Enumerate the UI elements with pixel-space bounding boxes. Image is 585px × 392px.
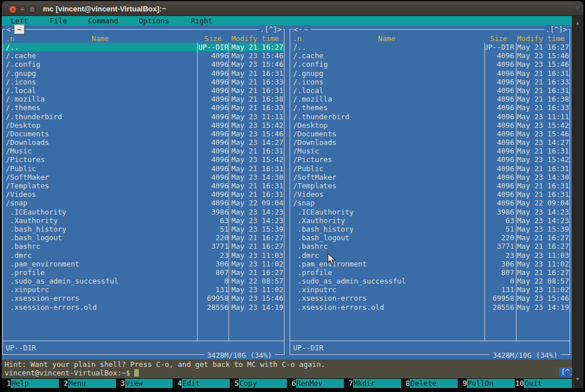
file-row[interactable]: .sudo_as_admin_successful0May 22 08:57: [3, 277, 284, 285]
file-row[interactable]: .Xauthority63May 23 14:23: [290, 216, 570, 225]
panel-scroll-marks-right[interactable]: .[^]>: [544, 25, 568, 34]
file-row[interactable]: /snap4096May 22 09:04: [290, 199, 570, 207]
file-row[interactable]: /Music4096May 21 16:31: [290, 147, 570, 155]
file-row[interactable]: /.cache4096May 23 15:46: [290, 51, 570, 60]
close-button[interactable]: x: [9, 6, 17, 13]
file-row[interactable]: /.cache4096May 23 15:46: [3, 51, 284, 60]
file-row[interactable]: .bash_logout220May 21 16:27: [3, 233, 284, 242]
fkey-renmov-button[interactable]: 6RenMov: [287, 379, 344, 388]
file-row[interactable]: /Templates4096May 21 16:31: [290, 181, 570, 190]
panel-left-arrow-mark[interactable]: <: [5, 25, 12, 34]
file-row[interactable]: /Music4096May 21 16:31: [3, 147, 284, 155]
menu-item-left[interactable]: Left: [11, 17, 28, 25]
file-row[interactable]: .bashrc3771May 21 16:27: [3, 242, 284, 250]
file-row[interactable]: /.themes4096May 21 16:33: [290, 103, 570, 112]
file-row[interactable]: .dmrc23May 23 11:03: [3, 251, 284, 260]
column-header-size[interactable]: Size: [483, 34, 514, 43]
file-row[interactable]: /Pictures4096May 23 15:42: [3, 155, 284, 164]
panel-left-arrow-mark[interactable]: <: [292, 25, 299, 34]
panel-path-left[interactable]: ~: [14, 25, 25, 34]
sort-indicator[interactable]: .n: [293, 34, 302, 43]
scroll-down-button[interactable]: ▼: [572, 374, 583, 383]
file-row[interactable]: .ICEauthority3986May 23 14:23: [290, 208, 570, 216]
file-row[interactable]: .profile807May 21 16:27: [290, 268, 570, 277]
fkey-copy-button[interactable]: 5Copy: [230, 379, 287, 388]
file-row[interactable]: .bash_logout220May 21 16:27: [290, 233, 570, 242]
file-row[interactable]: /..UP--DIRMay 21 16:27: [3, 43, 284, 51]
file-row[interactable]: .bash_history51May 23 15:39: [290, 225, 570, 233]
file-row[interactable]: /.mozilla4096May 21 16:38: [3, 95, 284, 103]
file-row[interactable]: /.thunderbird4096May 23 11:11: [3, 112, 284, 121]
file-row[interactable]: /Public4096May 21 16:31: [3, 164, 284, 173]
fkey-quit-button[interactable]: 10Quit: [515, 379, 572, 388]
file-row[interactable]: /.config4096May 23 15:46: [290, 60, 570, 68]
panel-path-right[interactable]: ~: [302, 25, 311, 34]
file-row[interactable]: /Videos4096May 21 16:31: [3, 190, 284, 199]
shell-prompt[interactable]: vincent@vincent-VirtualBox:~$: [5, 369, 139, 377]
file-row[interactable]: /Videos4096May 21 16:31: [290, 190, 570, 199]
window-menu-button[interactable]: [574, 5, 581, 11]
file-row[interactable]: /.thunderbird4096May 23 11:11: [290, 112, 570, 121]
file-row[interactable]: /Downloads4096May 23 14:27: [3, 138, 284, 147]
file-row[interactable]: /.config4096May 23 15:46: [3, 60, 284, 68]
column-header-name[interactable]: Name: [3, 34, 198, 43]
file-row[interactable]: .ICEauthority3986May 23 14:23: [3, 208, 284, 216]
sort-indicator[interactable]: .n: [6, 34, 14, 43]
file-row[interactable]: .xsession-errors69958May 23 15:46: [3, 294, 284, 302]
maximize-button[interactable]: ▢: [29, 6, 36, 13]
column-header-name[interactable]: Name: [290, 34, 483, 43]
fkey-delete-button[interactable]: 8Delete: [401, 379, 458, 388]
file-row[interactable]: /Documents4096May 23 15:46: [290, 130, 570, 138]
mini-status-left: UP--DIR: [6, 343, 36, 352]
file-row[interactable]: .Xauthority63May 23 14:23: [3, 216, 284, 225]
file-row[interactable]: /Documents4096May 23 15:46: [3, 130, 284, 138]
file-row[interactable]: /..UP--DIRMay 21 16:27: [290, 43, 570, 51]
column-header-size[interactable]: Size: [198, 34, 229, 43]
file-row[interactable]: .sudo_as_admin_successful0May 22 08:57: [290, 277, 570, 285]
file-row[interactable]: /.gnupg4096May 21 16:31: [290, 69, 570, 78]
column-header-mtime[interactable]: Modify time: [514, 34, 570, 43]
window-titlebar[interactable]: x – ▢ mc [vincent@vincent-VirtualBox]:~: [2, 1, 583, 16]
file-row[interactable]: /Public4096May 21 16:31: [290, 164, 570, 173]
menu-item-right[interactable]: Right: [191, 17, 213, 25]
fkey-view-button[interactable]: 3View: [116, 379, 173, 388]
column-header-mtime[interactable]: Modify time: [229, 34, 284, 43]
file-row[interactable]: .xsession-errors69958May 23 15:46: [290, 294, 570, 302]
menu-item-options[interactable]: Options: [139, 17, 169, 25]
scrollbar-track[interactable]: ▲ ▼: [572, 16, 583, 388]
fkey-help-button[interactable]: 1Help: [2, 379, 59, 388]
menu-item-command[interactable]: Command: [88, 17, 118, 25]
file-row[interactable]: /Pictures4096May 23 15:42: [290, 155, 570, 164]
file-row[interactable]: .xsession-errors.old28556May 23 14:19: [290, 303, 570, 312]
file-row[interactable]: /.local4096May 21 16:31: [3, 86, 284, 95]
file-row[interactable]: /Downloads4096May 23 14:27: [290, 138, 570, 147]
fkey-edit-button[interactable]: 4Edit: [173, 379, 230, 388]
file-row[interactable]: .profile807May 21 16:27: [3, 268, 284, 277]
file-row[interactable]: /.themes4096May 21 16:33: [3, 103, 284, 112]
file-row[interactable]: /.mozilla4096May 21 16:38: [290, 95, 570, 103]
file-row[interactable]: .xinputrc131May 23 11:02: [3, 285, 284, 294]
fkey-pulldn-button[interactable]: 9PullDn: [458, 379, 515, 388]
menu-item-file[interactable]: File: [50, 17, 67, 25]
file-row[interactable]: /.local4096May 21 16:31: [290, 86, 570, 95]
file-row[interactable]: .bashrc3771May 21 16:27: [290, 242, 570, 250]
file-row[interactable]: .pam_environment306May 23 11:02: [3, 260, 284, 268]
file-row[interactable]: /Desktop4096May 23 15:42: [3, 121, 284, 130]
file-row[interactable]: /.icons4096May 21 16:33: [290, 78, 570, 86]
panel-scroll-marks-left[interactable]: .[^]>: [259, 25, 283, 34]
minimize-button[interactable]: –: [19, 6, 26, 13]
scroll-up-button[interactable]: ▲: [572, 18, 583, 27]
file-row[interactable]: .xsession-errors.old28556May 23 14:19: [3, 303, 284, 312]
file-row[interactable]: /.gnupg4096May 21 16:31: [3, 69, 284, 78]
file-row[interactable]: /Desktop4096May 23 15:42: [290, 121, 570, 130]
file-row[interactable]: /Templates4096May 21 16:31: [3, 181, 284, 190]
file-row[interactable]: /snap4096May 22 09:04: [3, 199, 284, 207]
file-row[interactable]: .bash_history51May 23 15:39: [3, 225, 284, 233]
file-row[interactable]: /SoftMaker4096May 23 14:30: [3, 173, 284, 181]
fkey-mkdir-button[interactable]: 7Mkdir: [344, 379, 401, 388]
fkey-number: 3: [116, 379, 125, 388]
fkey-menu-button[interactable]: 2Menu: [59, 379, 116, 388]
file-row[interactable]: /SoftMaker4096May 23 14:30: [290, 173, 570, 181]
file-row[interactable]: /.icons4096May 21 16:33: [3, 78, 284, 86]
file-row[interactable]: .xinputrc131May 23 11:02: [290, 285, 570, 294]
